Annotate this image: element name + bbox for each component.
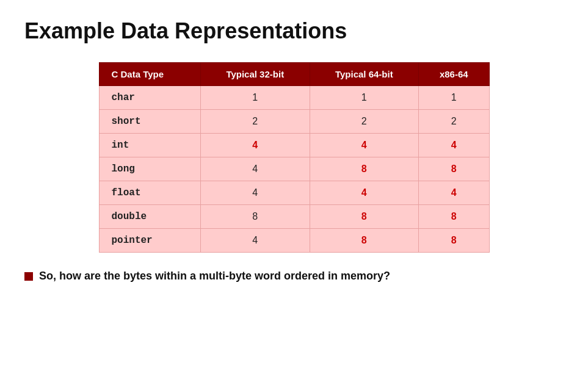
cell-32bit: 4 <box>200 134 310 157</box>
cell-type: char <box>99 86 200 110</box>
cell-64bit: 8 <box>310 229 419 253</box>
cell-32bit: 4 <box>200 157 310 181</box>
cell-type: double <box>99 205 200 229</box>
cell-32bit: 2 <box>200 110 310 134</box>
bullet-icon <box>24 272 33 281</box>
table-row: int444 <box>99 134 489 157</box>
data-table: C Data Type Typical 32-bit Typical 64-bi… <box>99 62 490 253</box>
col-header-64bit: Typical 64-bit <box>310 63 419 86</box>
cell-64bit: 8 <box>310 205 419 229</box>
table-row: pointer488 <box>99 229 489 253</box>
bottom-note-text: So, how are the bytes within a multi-byt… <box>39 270 390 283</box>
cell-x86: 1 <box>419 86 489 110</box>
table-header-row: C Data Type Typical 32-bit Typical 64-bi… <box>99 63 489 86</box>
table-row: short222 <box>99 110 489 134</box>
cell-type: float <box>99 181 200 205</box>
cell-32bit: 4 <box>200 181 310 205</box>
cell-type: pointer <box>99 229 200 253</box>
cell-64bit: 1 <box>310 86 419 110</box>
cell-32bit: 1 <box>200 86 310 110</box>
table-row: double888 <box>99 205 489 229</box>
cell-32bit: 4 <box>200 229 310 253</box>
col-header-type: C Data Type <box>99 63 200 86</box>
cell-x86: 8 <box>419 157 489 181</box>
table-row: char111 <box>99 86 489 110</box>
cell-x86: 4 <box>419 134 489 157</box>
cell-x86: 8 <box>419 205 489 229</box>
cell-64bit: 8 <box>310 157 419 181</box>
cell-x86: 2 <box>419 110 489 134</box>
cell-type: int <box>99 134 200 157</box>
table-row: long488 <box>99 157 489 181</box>
cell-64bit: 4 <box>310 181 419 205</box>
table-wrapper: C Data Type Typical 32-bit Typical 64-bi… <box>24 62 564 253</box>
cell-64bit: 4 <box>310 134 419 157</box>
table-row: float444 <box>99 181 489 205</box>
col-header-x86: x86-64 <box>419 63 489 86</box>
cell-x86: 8 <box>419 229 489 253</box>
cell-type: long <box>99 157 200 181</box>
cell-64bit: 2 <box>310 110 419 134</box>
page-title: Example Data Representations <box>24 18 564 44</box>
cell-x86: 4 <box>419 181 489 205</box>
cell-type: short <box>99 110 200 134</box>
col-header-32bit: Typical 32-bit <box>200 63 310 86</box>
cell-32bit: 8 <box>200 205 310 229</box>
bottom-note: So, how are the bytes within a multi-byt… <box>24 270 564 283</box>
